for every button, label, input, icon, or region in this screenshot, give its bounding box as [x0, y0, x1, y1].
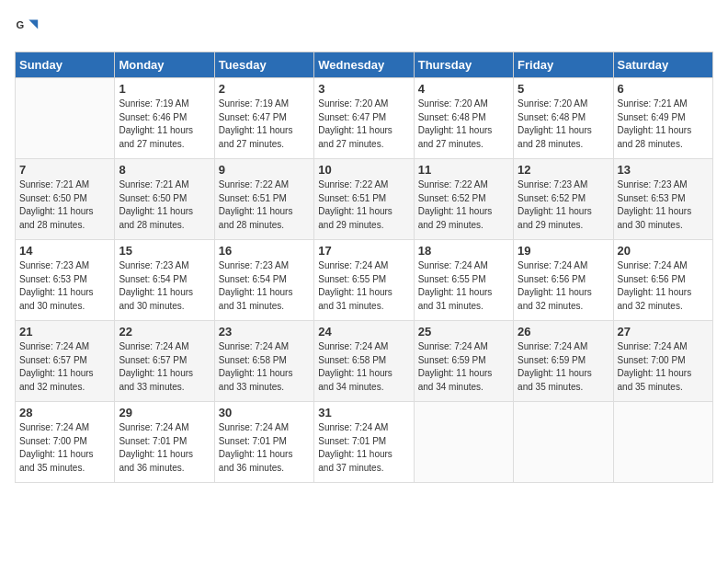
calendar-cell: 10Sunrise: 7:22 AMSunset: 6:51 PMDayligh…: [314, 159, 414, 240]
day-number: 6: [618, 82, 709, 96]
day-number: 12: [518, 163, 609, 177]
day-number: 7: [19, 163, 110, 177]
day-info: Sunrise: 7:24 AMSunset: 7:01 PMDaylight:…: [318, 421, 409, 475]
day-info: Sunrise: 7:24 AMSunset: 6:56 PMDaylight:…: [518, 259, 609, 313]
day-number: 23: [219, 325, 310, 339]
day-info: Sunrise: 7:24 AMSunset: 6:56 PMDaylight:…: [618, 259, 709, 313]
day-info: Sunrise: 7:24 AMSunset: 6:58 PMDaylight:…: [318, 340, 409, 394]
day-number: 18: [418, 244, 509, 258]
day-info: Sunrise: 7:19 AMSunset: 6:46 PMDaylight:…: [119, 98, 210, 151]
calendar-cell: [414, 402, 513, 483]
day-info: Sunrise: 7:20 AMSunset: 6:48 PMDaylight:…: [518, 98, 609, 151]
calendar-cell: 23Sunrise: 7:24 AMSunset: 6:58 PMDayligh…: [214, 321, 313, 402]
calendar-cell: 5Sunrise: 7:20 AMSunset: 6:48 PMDaylight…: [514, 78, 613, 159]
day-number: 16: [219, 244, 310, 258]
day-info: Sunrise: 7:20 AMSunset: 6:48 PMDaylight:…: [418, 98, 509, 151]
calendar-cell: 29Sunrise: 7:24 AMSunset: 7:01 PMDayligh…: [115, 402, 214, 483]
day-number: 22: [119, 325, 210, 339]
day-number: 9: [219, 163, 310, 177]
calendar-cell: 8Sunrise: 7:21 AMSunset: 6:50 PMDaylight…: [115, 159, 214, 240]
day-number: 3: [318, 82, 409, 96]
day-number: 25: [418, 325, 509, 339]
day-info: Sunrise: 7:24 AMSunset: 7:00 PMDaylight:…: [618, 340, 709, 394]
calendar-cell: 30Sunrise: 7:24 AMSunset: 7:01 PMDayligh…: [214, 402, 313, 483]
day-info: Sunrise: 7:24 AMSunset: 7:00 PMDaylight:…: [19, 421, 110, 475]
week-row-2: 14Sunrise: 7:23 AMSunset: 6:53 PMDayligh…: [16, 240, 713, 321]
calendar-cell: 28Sunrise: 7:24 AMSunset: 7:00 PMDayligh…: [16, 402, 115, 483]
calendar-cell: 2Sunrise: 7:19 AMSunset: 6:47 PMDaylight…: [214, 78, 313, 159]
day-info: Sunrise: 7:19 AMSunset: 6:47 PMDaylight:…: [219, 98, 310, 151]
col-header-sunday: Sunday: [16, 52, 115, 78]
calendar-cell: 19Sunrise: 7:24 AMSunset: 6:56 PMDayligh…: [514, 240, 613, 321]
day-number: 13: [618, 163, 709, 177]
day-info: Sunrise: 7:24 AMSunset: 6:59 PMDaylight:…: [418, 340, 509, 394]
day-info: Sunrise: 7:23 AMSunset: 6:53 PMDaylight:…: [618, 178, 709, 232]
day-number: 29: [119, 406, 210, 419]
calendar-cell: 14Sunrise: 7:23 AMSunset: 6:53 PMDayligh…: [16, 240, 115, 321]
day-info: Sunrise: 7:24 AMSunset: 6:55 PMDaylight:…: [418, 259, 509, 313]
calendar-cell: 16Sunrise: 7:23 AMSunset: 6:54 PMDayligh…: [214, 240, 313, 321]
col-header-tuesday: Tuesday: [214, 52, 313, 78]
day-number: 8: [119, 163, 210, 177]
day-info: Sunrise: 7:22 AMSunset: 6:52 PMDaylight:…: [418, 178, 509, 232]
day-info: Sunrise: 7:23 AMSunset: 6:54 PMDaylight:…: [219, 259, 310, 313]
col-header-monday: Monday: [115, 52, 214, 78]
col-header-wednesday: Wednesday: [314, 52, 414, 78]
day-info: Sunrise: 7:24 AMSunset: 6:57 PMDaylight:…: [19, 340, 110, 394]
logo: G: [15, 15, 44, 40]
day-number: 26: [518, 325, 609, 339]
calendar-cell: 26Sunrise: 7:24 AMSunset: 6:59 PMDayligh…: [514, 321, 613, 402]
day-number: 20: [618, 244, 709, 258]
day-number: 24: [318, 325, 409, 339]
calendar-cell: 13Sunrise: 7:23 AMSunset: 6:53 PMDayligh…: [613, 159, 712, 240]
day-info: Sunrise: 7:24 AMSunset: 7:01 PMDaylight:…: [219, 421, 310, 475]
day-info: Sunrise: 7:22 AMSunset: 6:51 PMDaylight:…: [318, 178, 409, 232]
calendar-cell: 11Sunrise: 7:22 AMSunset: 6:52 PMDayligh…: [414, 159, 513, 240]
day-number: 5: [518, 82, 609, 96]
day-number: 17: [318, 244, 409, 258]
calendar-cell: 3Sunrise: 7:20 AMSunset: 6:47 PMDaylight…: [314, 78, 414, 159]
calendar-cell: 21Sunrise: 7:24 AMSunset: 6:57 PMDayligh…: [16, 321, 115, 402]
day-info: Sunrise: 7:22 AMSunset: 6:51 PMDaylight:…: [219, 178, 310, 232]
calendar-cell: 9Sunrise: 7:22 AMSunset: 6:51 PMDaylight…: [214, 159, 313, 240]
day-number: 27: [618, 325, 709, 339]
day-number: 28: [19, 406, 110, 419]
day-number: 4: [418, 82, 509, 96]
page-header: G: [15, 15, 713, 40]
calendar-cell: 31Sunrise: 7:24 AMSunset: 7:01 PMDayligh…: [314, 402, 414, 483]
calendar-cell: 4Sunrise: 7:20 AMSunset: 6:48 PMDaylight…: [414, 78, 513, 159]
day-info: Sunrise: 7:24 AMSunset: 6:58 PMDaylight:…: [219, 340, 310, 394]
svg-marker-1: [28, 20, 38, 29]
week-row-3: 21Sunrise: 7:24 AMSunset: 6:57 PMDayligh…: [16, 321, 713, 402]
calendar-cell: 1Sunrise: 7:19 AMSunset: 6:46 PMDaylight…: [115, 78, 214, 159]
day-number: 15: [119, 244, 210, 258]
day-info: Sunrise: 7:24 AMSunset: 6:57 PMDaylight:…: [119, 340, 210, 394]
calendar-cell: 7Sunrise: 7:21 AMSunset: 6:50 PMDaylight…: [16, 159, 115, 240]
day-info: Sunrise: 7:21 AMSunset: 6:49 PMDaylight:…: [618, 98, 709, 151]
day-number: 1: [119, 82, 210, 96]
day-info: Sunrise: 7:23 AMSunset: 6:52 PMDaylight:…: [518, 178, 609, 232]
calendar-cell: 25Sunrise: 7:24 AMSunset: 6:59 PMDayligh…: [414, 321, 513, 402]
day-info: Sunrise: 7:23 AMSunset: 6:54 PMDaylight:…: [119, 259, 210, 313]
calendar-cell: 17Sunrise: 7:24 AMSunset: 6:55 PMDayligh…: [314, 240, 414, 321]
calendar-cell: 12Sunrise: 7:23 AMSunset: 6:52 PMDayligh…: [514, 159, 613, 240]
calendar-cell: 6Sunrise: 7:21 AMSunset: 6:49 PMDaylight…: [613, 78, 712, 159]
day-number: 2: [219, 82, 310, 96]
svg-text:G: G: [16, 19, 24, 30]
day-info: Sunrise: 7:24 AMSunset: 7:01 PMDaylight:…: [119, 421, 210, 475]
day-info: Sunrise: 7:21 AMSunset: 6:50 PMDaylight:…: [19, 178, 110, 232]
calendar-cell: 22Sunrise: 7:24 AMSunset: 6:57 PMDayligh…: [115, 321, 214, 402]
col-header-friday: Friday: [514, 52, 613, 78]
calendar-cell: [514, 402, 613, 483]
day-number: 31: [318, 406, 409, 419]
day-number: 10: [318, 163, 409, 177]
day-number: 30: [219, 406, 310, 419]
logo-icon: G: [15, 15, 40, 40]
day-info: Sunrise: 7:23 AMSunset: 6:53 PMDaylight:…: [19, 259, 110, 313]
calendar-cell: [613, 402, 712, 483]
calendar-cell: 27Sunrise: 7:24 AMSunset: 7:00 PMDayligh…: [613, 321, 712, 402]
calendar-cell: 20Sunrise: 7:24 AMSunset: 6:56 PMDayligh…: [613, 240, 712, 321]
week-row-4: 28Sunrise: 7:24 AMSunset: 7:00 PMDayligh…: [16, 402, 713, 483]
week-row-1: 7Sunrise: 7:21 AMSunset: 6:50 PMDaylight…: [16, 159, 713, 240]
col-header-saturday: Saturday: [613, 52, 712, 78]
